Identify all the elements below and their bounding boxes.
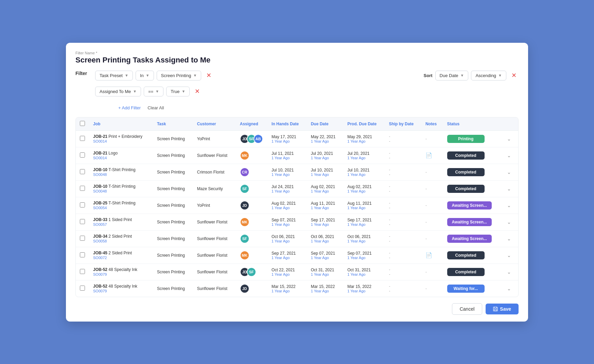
task-cell: Screen Printing: [153, 214, 193, 230]
customer-cell: Sunflower Florist: [193, 280, 236, 297]
row-expand-cell: ⌄: [502, 214, 518, 230]
due-date-cell: Jul 20, 20211 Year Ago: [307, 147, 343, 164]
row-checkbox[interactable]: [80, 219, 85, 224]
ship-by-date-cell: --: [385, 180, 421, 197]
expand-row-button[interactable]: ⌄: [506, 251, 512, 259]
equals-operator-dropdown[interactable]: == ▼: [144, 87, 163, 96]
row-checkbox[interactable]: [80, 169, 85, 174]
status-button[interactable]: Completed: [447, 268, 485, 276]
add-filter-button[interactable]: + Add Filter: [116, 104, 143, 112]
expand-row-button[interactable]: ⌄: [506, 135, 512, 143]
row-expand-cell: ⌄: [502, 147, 518, 164]
in-hands-date-cell: Jul 24, 20211 Year Ago: [267, 180, 307, 197]
task-preset-dropdown[interactable]: Task Preset ▼: [95, 71, 133, 80]
filter-label: Filter: [75, 71, 92, 76]
ship-by-date-cell: --: [385, 247, 421, 263]
so-link[interactable]: SO0058: [93, 239, 107, 243]
so-link[interactable]: SO0054: [93, 206, 107, 210]
select-all-checkbox[interactable]: [80, 121, 85, 126]
prod-due-date-column-header: Prod. Due Date: [343, 117, 385, 131]
task-cell: Screen Printing: [153, 130, 193, 147]
notes-cell: -: [421, 263, 443, 280]
row-checkbox[interactable]: [80, 269, 85, 274]
cancel-button[interactable]: Cancel: [452, 303, 483, 315]
so-link[interactable]: SO0057: [93, 222, 107, 226]
due-date-cell: Oct 31, 20211 Year Ago: [307, 263, 343, 280]
status-button[interactable]: Completed: [447, 185, 485, 193]
sort-field-dropdown[interactable]: Due Date ▼: [435, 71, 469, 80]
remove-filter2-button[interactable]: ✕: [192, 87, 202, 96]
expand-row-button[interactable]: ⌄: [506, 151, 512, 160]
avatar: SF: [240, 234, 249, 243]
status-cell: Awaiting Screen...: [443, 214, 502, 230]
assigned-to-me-dropdown[interactable]: Assigned To Me ▼: [95, 87, 141, 96]
expand-row-button[interactable]: ⌄: [506, 201, 512, 210]
chevron-down-icon: ▼: [193, 73, 197, 77]
ship-by-date-cell: --: [385, 214, 421, 230]
row-checkbox[interactable]: [80, 236, 85, 241]
chevron-down-icon: ▼: [155, 89, 159, 93]
prod-due-date-cell: May 29, 20211 Year Ago: [343, 130, 385, 147]
expand-row-button[interactable]: ⌄: [506, 285, 512, 293]
sort-direction-dropdown[interactable]: Ascending ▼: [471, 71, 506, 80]
status-button[interactable]: Waiting for...: [447, 285, 485, 293]
so-link[interactable]: SO0079: [93, 272, 107, 276]
job-number: JOB-52 48 Specialty Ink: [93, 284, 149, 289]
due-date-column-header: Due Date: [307, 117, 343, 131]
expand-row-button[interactable]: ⌄: [506, 235, 512, 243]
so-link[interactable]: SO0072: [93, 256, 107, 260]
status-button[interactable]: Completed: [447, 168, 485, 176]
status-cell: Awaiting Screen...: [443, 197, 502, 214]
remove-filter1-button[interactable]: ✕: [204, 71, 213, 80]
notes-cell: -: [421, 180, 443, 197]
screen-printing-dropdown[interactable]: Screen Printing ▼: [157, 71, 202, 80]
true-value-dropdown[interactable]: True ▼: [166, 87, 190, 96]
remove-sort-button[interactable]: ✕: [509, 71, 519, 80]
save-button[interactable]: Save: [486, 304, 519, 314]
in-hands-date-cell: Jul 11, 20211 Year Ago: [267, 147, 307, 164]
status-button[interactable]: Completed: [447, 251, 485, 259]
so-link[interactable]: SO0014: [93, 156, 107, 160]
job-number: JOB-52 48 Specialty Ink: [93, 267, 149, 272]
row-checkbox[interactable]: [80, 202, 85, 207]
so-link[interactable]: SO0048: [93, 172, 107, 177]
status-button[interactable]: Awaiting Screen...: [447, 218, 492, 226]
chevron-down-icon: ▼: [181, 89, 185, 93]
due-date-cell: Sep 17, 20211 Year Ago: [307, 214, 343, 230]
table-row: JOB-10 T-Shirt Printing SO0048 Screen Pr…: [76, 180, 518, 197]
expand-row-button[interactable]: ⌄: [506, 168, 512, 176]
clear-all-button[interactable]: Clear All: [145, 104, 167, 112]
so-link[interactable]: SO0014: [93, 139, 107, 143]
assigned-column-header: Assigned: [236, 117, 267, 131]
notes-cell: -: [421, 230, 443, 247]
expand-row-button[interactable]: ⌄: [506, 218, 512, 226]
job-number: JOB-10 T-Shirt Printing: [93, 167, 149, 172]
in-hands-date-cell: Oct 06, 20211 Year Ago: [267, 230, 307, 247]
in-operator-dropdown[interactable]: In ▼: [136, 71, 154, 80]
row-checkbox[interactable]: [80, 152, 85, 158]
in-hands-date-cell: Mar 15, 20221 Year Ago: [267, 280, 307, 297]
row-checkbox[interactable]: [80, 136, 85, 141]
status-button[interactable]: Completed: [447, 151, 485, 160]
assigned-cell: CR: [236, 164, 267, 180]
customer-cell: Maze Security: [193, 180, 236, 197]
row-checkbox[interactable]: [80, 286, 85, 291]
row-checkbox[interactable]: [80, 186, 85, 191]
customer-cell: Crimson Florist: [193, 164, 236, 180]
so-link[interactable]: SO0048: [93, 189, 107, 193]
ship-by-date-cell: --: [385, 130, 421, 147]
avatar: CR: [240, 167, 249, 177]
expand-row-button[interactable]: ⌄: [506, 268, 512, 276]
status-button[interactable]: Printing: [447, 135, 485, 143]
status-cell: Completed: [443, 263, 502, 280]
table-row: JOB-52 48 Specialty Ink SO0079 Screen Pr…: [76, 280, 518, 297]
expand-row-button[interactable]: ⌄: [506, 185, 512, 193]
so-link[interactable]: SO0079: [93, 289, 107, 293]
status-cell: Printing: [443, 130, 502, 147]
ship-by-date-cell: --: [385, 197, 421, 214]
status-button[interactable]: Awaiting Screen...: [447, 201, 492, 210]
notes-cell: 📄: [421, 147, 443, 164]
row-checkbox[interactable]: [80, 252, 85, 257]
row-expand-cell: ⌄: [502, 197, 518, 214]
status-button[interactable]: Awaiting Screen...: [447, 235, 492, 243]
